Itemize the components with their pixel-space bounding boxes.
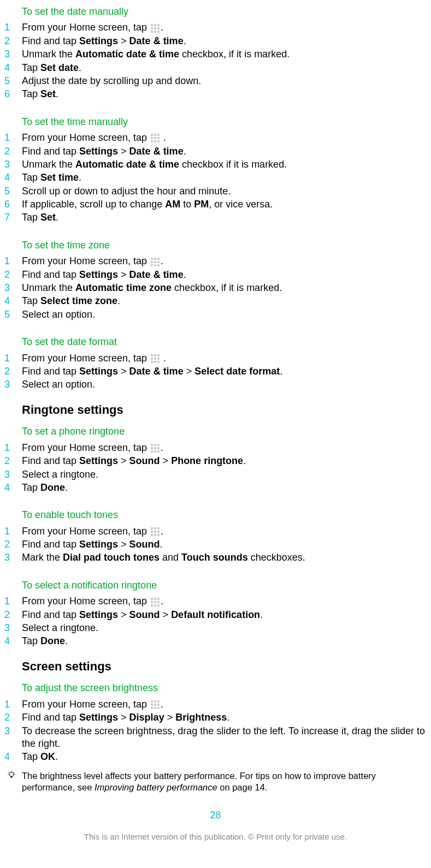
footer-text: This is an Internet version of this publ… <box>0 831 431 842</box>
step-row: 3Unmark the Automatic date & time checkb… <box>4 158 431 171</box>
bold-text: Sound <box>129 455 160 466</box>
step-number: 1 <box>4 442 22 454</box>
step-row: 6If applicable, scroll up to change AM t… <box>4 198 431 211</box>
step-row: 7Tap Set. <box>4 211 431 224</box>
bold-text: Automatic date & time <box>75 49 179 60</box>
bold-text: Done <box>40 635 65 646</box>
svg-rect-42 <box>151 450 153 453</box>
section-title: To enable touch tones <box>22 509 431 521</box>
svg-rect-3 <box>151 27 153 29</box>
step-row: 1From your Home screen, tap . <box>4 255 431 267</box>
step-number: 2 <box>4 711 22 724</box>
step-row: 2Find and tap Settings > Date & time > S… <box>4 365 431 378</box>
step-row: 1From your Home screen, tap . <box>4 595 431 608</box>
svg-rect-47 <box>157 527 160 530</box>
step-number: 2 <box>4 269 22 281</box>
svg-rect-67 <box>154 704 156 706</box>
svg-rect-68 <box>157 704 160 706</box>
bold-text: Date & time <box>129 35 184 46</box>
step-row: 5Select an option. <box>4 308 431 321</box>
step-text: Find and tap Settings > Date & time. <box>22 145 431 158</box>
svg-rect-62 <box>157 604 160 607</box>
step-row: 3Select a ringtone. <box>4 622 431 634</box>
step-number: 2 <box>4 365 22 378</box>
step-row: 2Find and tap Settings > Sound. <box>4 538 431 551</box>
bold-text: Date & time <box>129 146 184 157</box>
step-row: 2Find and tap Settings > Date & time. <box>4 145 431 158</box>
svg-rect-60 <box>151 604 153 607</box>
step-number: 2 <box>4 538 22 551</box>
bold-text: Set <box>40 88 56 99</box>
svg-rect-53 <box>157 534 160 536</box>
step-row: 4Tap Done. <box>4 481 431 494</box>
svg-rect-35 <box>157 361 160 363</box>
svg-rect-65 <box>157 700 160 703</box>
bold-text: Settings <box>79 146 118 157</box>
step-text: From your Home screen, tap . <box>22 132 431 144</box>
app-grid-icon <box>150 442 161 453</box>
step-text: Unmark the Automatic date & time checkbo… <box>22 48 431 61</box>
italic-text: Improving battery performance <box>95 782 217 792</box>
step-number: 3 <box>4 48 22 61</box>
svg-rect-0 <box>151 24 153 26</box>
svg-rect-1 <box>154 24 156 26</box>
bold-text: Display <box>129 712 164 723</box>
step-number: 2 <box>4 35 22 47</box>
page-content: To set the date manually1From your Home … <box>0 5 431 853</box>
step-number: 1 <box>4 132 22 144</box>
step-number: 4 <box>4 62 22 74</box>
lightbulb-icon <box>7 770 22 783</box>
svg-rect-27 <box>151 354 153 356</box>
svg-rect-22 <box>154 261 156 263</box>
tip-row: The brightness level affects your batter… <box>7 770 431 794</box>
step-row: 3Select a ringtone. <box>4 468 431 481</box>
step-row: 1From your Home screen, tap . <box>4 132 431 144</box>
tip-text: The brightness level affects your batter… <box>22 770 431 794</box>
app-grid-icon <box>150 596 161 607</box>
svg-rect-44 <box>157 450 160 453</box>
step-row: 2Find and tap Settings > Date & time. <box>4 35 431 47</box>
step-number: 1 <box>4 21 22 34</box>
bold-text: Settings <box>79 609 118 620</box>
svg-rect-46 <box>154 527 156 530</box>
step-number: 3 <box>4 158 22 171</box>
step-text: Find and tap Settings > Sound > Default … <box>22 609 431 621</box>
svg-rect-63 <box>151 700 153 703</box>
step-number: 4 <box>4 751 22 763</box>
step-row: 4Tap Set time. <box>4 171 431 184</box>
svg-rect-16 <box>154 140 156 142</box>
step-number: 6 <box>4 88 22 100</box>
bold-text: Settings <box>79 712 118 723</box>
bold-text: Automatic date & time <box>75 159 179 170</box>
step-row: 3Unmark the Automatic date & time checkb… <box>4 48 431 61</box>
svg-rect-70 <box>154 707 156 709</box>
svg-line-78 <box>14 772 14 772</box>
section-title: To set the date manually <box>22 5 431 18</box>
svg-rect-28 <box>154 354 156 356</box>
step-text: Adjust the date by scrolling up and down… <box>22 75 431 87</box>
svg-rect-49 <box>154 531 156 533</box>
bold-text: Dial pad touch tones <box>63 552 160 563</box>
svg-rect-48 <box>151 531 153 533</box>
step-text: Tap Select time zone. <box>22 295 431 307</box>
svg-rect-20 <box>157 258 160 260</box>
svg-rect-71 <box>157 707 160 709</box>
svg-rect-24 <box>151 264 153 266</box>
svg-rect-8 <box>157 31 160 33</box>
svg-line-77 <box>9 772 9 772</box>
step-row: 1From your Home screen, tap . <box>4 525 431 538</box>
step-number: 2 <box>4 145 22 158</box>
step-text: From your Home screen, tap . <box>22 352 431 365</box>
svg-rect-36 <box>151 444 153 446</box>
bold-text: Date & time <box>129 366 184 377</box>
svg-rect-64 <box>154 700 156 703</box>
bold-text: Settings <box>79 35 118 46</box>
svg-rect-31 <box>154 358 156 360</box>
bold-text: Brightness <box>175 712 227 723</box>
svg-rect-56 <box>157 598 160 600</box>
bold-text: Phone ringtone <box>171 455 243 466</box>
svg-rect-37 <box>154 444 156 446</box>
step-number: 1 <box>4 595 22 608</box>
step-row: 2Find and tap Settings > Sound > Phone r… <box>4 455 431 467</box>
svg-rect-59 <box>157 601 160 603</box>
